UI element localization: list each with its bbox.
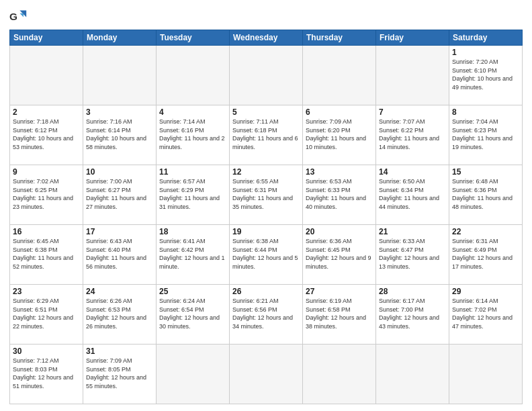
day-number: 1 [452,48,519,57]
header: G [9,7,523,26]
calendar-cell: 15Sunrise: 6:48 AM Sunset: 6:36 PM Dayli… [449,165,523,225]
day-info: Sunrise: 7:02 AM Sunset: 6:25 PM Dayligh… [13,177,80,211]
day-info: Sunrise: 7:20 AM Sunset: 6:10 PM Dayligh… [452,58,519,91]
day-number: 20 [306,227,373,236]
day-info: Sunrise: 7:14 AM Sunset: 6:16 PM Dayligh… [159,118,226,151]
day-info: Sunrise: 6:38 AM Sunset: 6:44 PM Dayligh… [232,237,300,271]
day-info: Sunrise: 6:31 AM Sunset: 6:49 PM Dayligh… [452,237,519,271]
calendar-cell [10,46,83,105]
day-info: Sunrise: 7:12 AM Sunset: 8:03 PM Dayligh… [13,357,80,390]
calendar-cell [303,345,376,404]
calendar-cell: 14Sunrise: 6:50 AM Sunset: 6:34 PM Dayli… [376,165,449,225]
calendar-cell [83,46,157,105]
day-number: 10 [86,167,153,177]
day-info: Sunrise: 6:45 AM Sunset: 6:38 PM Dayligh… [13,237,80,271]
page: G SundayMondayTuesdayWednesdayThursdayFr… [0,0,532,411]
day-number: 16 [13,227,80,236]
day-info: Sunrise: 6:26 AM Sunset: 6:53 PM Dayligh… [86,297,153,330]
day-info: Sunrise: 6:17 AM Sunset: 7:00 PM Dayligh… [379,297,446,330]
calendar-week-4: 16Sunrise: 6:45 AM Sunset: 6:38 PM Dayli… [10,225,523,285]
calendar-cell: 29Sunrise: 6:14 AM Sunset: 7:02 PM Dayli… [449,285,523,345]
calendar-header-row: SundayMondayTuesdayWednesdayThursdayFrid… [10,30,523,46]
calendar-week-3: 9Sunrise: 7:02 AM Sunset: 6:25 PM Daylig… [10,165,523,225]
day-info: Sunrise: 7:09 AM Sunset: 8:05 PM Dayligh… [86,357,153,390]
calendar-cell: 5Sunrise: 7:11 AM Sunset: 6:18 PM Daylig… [230,105,303,165]
day-info: Sunrise: 6:14 AM Sunset: 7:02 PM Dayligh… [452,297,519,330]
logo-icon: G [9,7,28,26]
calendar-cell [376,345,449,404]
calendar-cell: 24Sunrise: 6:26 AM Sunset: 6:53 PM Dayli… [83,285,157,345]
day-info: Sunrise: 6:57 AM Sunset: 6:29 PM Dayligh… [159,177,226,211]
calendar-cell [157,345,230,404]
day-info: Sunrise: 7:09 AM Sunset: 6:20 PM Dayligh… [306,118,373,151]
calendar-cell [157,46,230,105]
svg-text:G: G [9,11,17,22]
day-info: Sunrise: 6:33 AM Sunset: 6:47 PM Dayligh… [379,237,446,271]
weekday-header-wednesday: Wednesday [230,30,303,46]
weekday-header-friday: Friday [376,30,449,46]
calendar-cell: 26Sunrise: 6:21 AM Sunset: 6:56 PM Dayli… [230,285,303,345]
calendar-cell: 30Sunrise: 7:12 AM Sunset: 8:03 PM Dayli… [10,345,83,404]
day-number: 30 [13,347,80,356]
day-info: Sunrise: 6:19 AM Sunset: 6:58 PM Dayligh… [306,297,373,330]
day-info: Sunrise: 7:07 AM Sunset: 6:22 PM Dayligh… [379,118,446,151]
day-number: 18 [159,227,226,236]
weekday-header-saturday: Saturday [449,30,523,46]
calendar-cell: 19Sunrise: 6:38 AM Sunset: 6:44 PM Dayli… [230,225,303,285]
day-number: 6 [306,107,373,117]
calendar-cell: 4Sunrise: 7:14 AM Sunset: 6:16 PM Daylig… [157,105,230,165]
day-number: 14 [379,167,446,177]
logo-area: G [9,7,31,26]
day-number: 11 [159,167,226,177]
day-info: Sunrise: 7:00 AM Sunset: 6:27 PM Dayligh… [86,177,153,211]
day-number: 8 [452,107,519,117]
day-info: Sunrise: 7:16 AM Sunset: 6:14 PM Dayligh… [86,118,153,151]
calendar-cell [230,46,303,105]
day-number: 13 [306,167,373,177]
day-info: Sunrise: 7:11 AM Sunset: 6:18 PM Dayligh… [232,118,300,151]
calendar-cell: 10Sunrise: 7:00 AM Sunset: 6:27 PM Dayli… [83,165,157,225]
calendar-cell: 22Sunrise: 6:31 AM Sunset: 6:49 PM Dayli… [449,225,523,285]
calendar-cell [376,46,449,105]
day-number: 28 [379,287,446,296]
calendar-cell: 25Sunrise: 6:24 AM Sunset: 6:54 PM Dayli… [157,285,230,345]
calendar-cell: 27Sunrise: 6:19 AM Sunset: 6:58 PM Dayli… [303,285,376,345]
calendar-cell: 23Sunrise: 6:29 AM Sunset: 6:51 PM Dayli… [10,285,83,345]
calendar-table: SundayMondayTuesdayWednesdayThursdayFrid… [9,30,523,404]
calendar-cell: 16Sunrise: 6:45 AM Sunset: 6:38 PM Dayli… [10,225,83,285]
day-number: 25 [159,287,226,296]
calendar-week-1: 1Sunrise: 7:20 AM Sunset: 6:10 PM Daylig… [10,46,523,105]
day-info: Sunrise: 6:55 AM Sunset: 6:31 PM Dayligh… [232,177,300,211]
day-number: 2 [13,107,80,117]
day-info: Sunrise: 7:04 AM Sunset: 6:23 PM Dayligh… [452,118,519,151]
day-number: 19 [232,227,300,236]
calendar-cell: 17Sunrise: 6:43 AM Sunset: 6:40 PM Dayli… [83,225,157,285]
calendar-cell: 9Sunrise: 7:02 AM Sunset: 6:25 PM Daylig… [10,165,83,225]
day-info: Sunrise: 6:29 AM Sunset: 6:51 PM Dayligh… [13,297,80,330]
calendar-cell: 7Sunrise: 7:07 AM Sunset: 6:22 PM Daylig… [376,105,449,165]
day-number: 4 [159,107,226,117]
day-info: Sunrise: 7:18 AM Sunset: 6:12 PM Dayligh… [13,118,80,151]
calendar-cell: 3Sunrise: 7:16 AM Sunset: 6:14 PM Daylig… [83,105,157,165]
day-number: 12 [232,167,300,177]
day-number: 26 [232,287,300,296]
day-info: Sunrise: 6:24 AM Sunset: 6:54 PM Dayligh… [159,297,226,330]
day-info: Sunrise: 6:21 AM Sunset: 6:56 PM Dayligh… [232,297,300,330]
weekday-header-monday: Monday [83,30,157,46]
calendar-cell [449,345,523,404]
calendar-cell: 6Sunrise: 7:09 AM Sunset: 6:20 PM Daylig… [303,105,376,165]
day-number: 5 [232,107,300,117]
calendar-cell: 13Sunrise: 6:53 AM Sunset: 6:33 PM Dayli… [303,165,376,225]
calendar-cell: 21Sunrise: 6:33 AM Sunset: 6:47 PM Dayli… [376,225,449,285]
calendar-week-6: 30Sunrise: 7:12 AM Sunset: 8:03 PM Dayli… [10,345,523,404]
calendar-cell: 12Sunrise: 6:55 AM Sunset: 6:31 PM Dayli… [230,165,303,225]
calendar-cell: 11Sunrise: 6:57 AM Sunset: 6:29 PM Dayli… [157,165,230,225]
calendar-week-2: 2Sunrise: 7:18 AM Sunset: 6:12 PM Daylig… [10,105,523,165]
day-number: 29 [452,287,519,296]
day-number: 24 [86,287,153,296]
calendar-cell: 18Sunrise: 6:41 AM Sunset: 6:42 PM Dayli… [157,225,230,285]
weekday-header-tuesday: Tuesday [157,30,230,46]
day-number: 21 [379,227,446,236]
logo: G [9,7,31,26]
calendar-cell: 31Sunrise: 7:09 AM Sunset: 8:05 PM Dayli… [83,345,157,404]
